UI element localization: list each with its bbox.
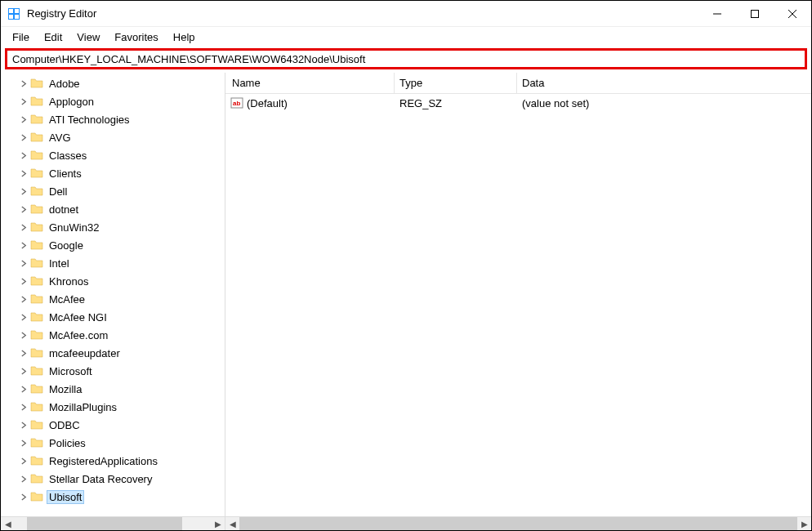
svg-rect-6 [752,10,759,17]
folder-icon [30,436,43,449]
scroll-right-icon[interactable]: ▶ [211,517,225,530]
chevron-right-icon [17,493,30,501]
values-body: (Default)REG_SZ(value not set) [225,94,811,516]
value-row[interactable]: (Default)REG_SZ(value not set) [225,94,811,112]
svg-rect-3 [9,15,13,19]
scroll-left-icon[interactable]: ◀ [225,517,239,530]
tree-item-label: Khronos [47,274,91,288]
chevron-right-icon[interactable] [17,134,30,141]
scroll-track[interactable] [15,517,211,530]
tree-hscrollbar[interactable]: ◀ ▶ [1,516,225,530]
tree-item[interactable]: mcafeeupdater [1,344,225,362]
column-header-type[interactable]: Type [395,73,517,93]
menu-edit[interactable]: Edit [38,29,69,45]
tree-item[interactable]: McAfee [1,290,225,308]
chevron-right-icon[interactable] [17,80,30,87]
tree-item[interactable]: Classes [1,146,225,164]
tree-item-label: McAfee [47,292,87,306]
chevron-right-icon[interactable] [17,260,30,267]
tree-item[interactable]: McAfee.com [1,326,225,344]
chevron-right-icon[interactable] [17,278,30,285]
address-text: Computer\HKEY_LOCAL_MACHINE\SOFTWARE\WOW… [12,53,365,65]
menu-help[interactable]: Help [167,29,202,45]
tree-item-label: Stellar Data Recovery [47,472,154,486]
tree-item[interactable]: MozillaPlugins [1,398,225,416]
scroll-thumb[interactable] [27,517,182,530]
value-name-cell: (Default) [225,96,395,109]
tree-item[interactable]: dotnet [1,200,225,218]
tree-item-label: Policies [47,436,88,450]
tree-item-label: Dell [47,185,69,199]
close-button[interactable] [774,1,811,27]
tree-item-label: ATI Technologies [47,113,132,127]
tree-item[interactable]: Mozilla [1,380,225,398]
svg-rect-1 [9,9,13,13]
tree-item-label: Ubisoft [47,490,84,504]
column-header-name[interactable]: Name [225,73,395,93]
chevron-right-icon[interactable] [17,296,30,303]
folder-icon [30,328,43,341]
chevron-right-icon[interactable] [17,242,30,249]
value-name: (Default) [247,97,288,109]
chevron-right-icon[interactable] [17,170,30,177]
folder-icon [30,131,43,144]
chevron-right-icon[interactable] [17,404,30,411]
chevron-right-icon[interactable] [17,350,30,357]
chevron-right-icon[interactable] [17,314,30,321]
window-title: Registry Editor [27,7,698,20]
tree-item-label: GnuWin32 [47,221,101,234]
tree-item[interactable]: AVG [1,128,225,146]
chevron-right-icon[interactable] [17,368,30,375]
scroll-left-icon[interactable]: ◀ [1,517,15,530]
folder-icon [30,346,43,359]
tree-item[interactable]: Google [1,236,225,254]
scroll-right-icon[interactable]: ▶ [797,517,811,530]
values-hscrollbar[interactable]: ◀ ▶ [225,516,811,530]
values-pane: Name Type Data (Default)REG_SZ(value not… [225,73,811,530]
menu-view[interactable]: View [70,29,106,45]
address-bar[interactable]: Computer\HKEY_LOCAL_MACHINE\SOFTWARE\WOW… [5,48,807,69]
folder-icon [30,472,43,485]
tree-item[interactable]: Stellar Data Recovery [1,470,225,488]
values-header: Name Type Data [225,73,811,94]
folder-icon [30,364,43,377]
tree-item[interactable]: ODBC [1,416,225,434]
folder-icon [30,418,43,431]
tree-item[interactable]: McAfee NGI [1,308,225,326]
scroll-track[interactable] [239,517,797,530]
tree-item[interactable]: Khronos [1,272,225,290]
column-header-data[interactable]: Data [517,73,811,93]
tree-item[interactable]: Microsoft [1,362,225,380]
maximize-button[interactable] [736,1,774,27]
tree-item[interactable]: Dell [1,182,225,200]
value-type-cell: REG_SZ [395,97,517,109]
chevron-right-icon[interactable] [17,116,30,123]
tree-item[interactable]: Adobe [1,74,225,92]
tree-item-label: Microsoft [47,364,95,378]
chevron-right-icon [17,332,30,339]
folder-icon [30,382,43,395]
tree-item[interactable]: ATI Technologies [1,110,225,128]
tree-item[interactable]: Applogon [1,92,225,110]
tree-item[interactable]: Intel [1,254,225,272]
tree-item[interactable]: RegisteredApplications [1,452,225,470]
tree-item[interactable]: GnuWin32 [1,218,225,236]
tree-item[interactable]: Clients [1,164,225,182]
svg-rect-4 [15,15,19,19]
chevron-right-icon[interactable] [17,386,30,393]
chevron-right-icon[interactable] [17,422,30,429]
minimize-button[interactable] [698,1,736,27]
chevron-right-icon[interactable] [17,98,30,105]
scroll-thumb[interactable] [239,517,797,530]
chevron-right-icon[interactable] [17,206,30,213]
tree-item[interactable]: Ubisoft [1,488,225,506]
chevron-right-icon[interactable] [17,440,30,447]
chevron-right-icon[interactable] [17,224,30,231]
tree-item[interactable]: Policies [1,434,225,452]
menu-file[interactable]: File [6,29,36,45]
folder-icon [30,149,43,162]
chevron-right-icon[interactable] [17,152,30,159]
menu-favorites[interactable]: Favorites [108,29,164,45]
folder-icon [30,77,43,90]
chevron-right-icon[interactable] [17,188,30,195]
